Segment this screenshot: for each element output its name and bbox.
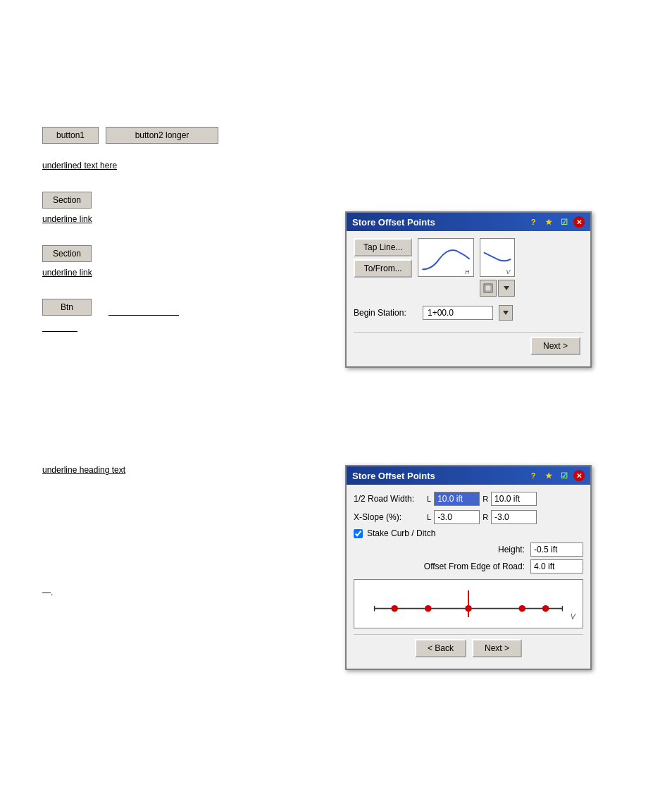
dialog1-title: Store Offset Points — [352, 217, 527, 228]
half-road-width-label: 1/2 Road Width: — [354, 494, 424, 504]
offset-label: Offset From Edge of Road: — [419, 562, 525, 571]
road-diagram-svg: V — [354, 580, 583, 628]
top-button-1[interactable]: button1 — [42, 127, 99, 144]
section-4: Btn — [42, 299, 338, 332]
section-3: Section underline link — [42, 245, 338, 278]
dialog1-body: Tap Line... To/From... H V — [347, 231, 590, 366]
dialog2-title-icons: ? ★ ☑ ✕ — [527, 469, 585, 482]
bottom-underline[interactable]: underline heading text — [42, 465, 338, 475]
section3-button[interactable]: Section — [42, 245, 92, 262]
section2-button[interactable]: Section — [42, 192, 92, 209]
svg-point-10 — [465, 605, 472, 612]
dialog2-title: Store Offset Points — [352, 471, 527, 481]
svg-marker-4 — [504, 286, 509, 290]
svg-point-11 — [518, 605, 525, 612]
x-slope-l-input[interactable] — [434, 510, 480, 524]
dialog-store-offset-2: Store Offset Points ? ★ ☑ ✕ 1/2 Road Wid… — [345, 465, 592, 670]
dialog-store-offset-1: Store Offset Points ? ★ ☑ ✕ Tap Line... … — [345, 211, 592, 368]
dialog1-title-icons: ? ★ ☑ ✕ — [527, 216, 585, 228]
x-slope-label: X-Slope (%): — [354, 512, 424, 522]
offset-row: Offset From Edge of Road: — [368, 559, 583, 574]
section4-underline2 — [42, 331, 77, 332]
begin-station-label: Begin Station: — [354, 308, 417, 318]
h-preview-svg: H — [418, 239, 473, 276]
period-text: —. — [42, 588, 338, 597]
checklist-icon[interactable]: ☑ — [558, 216, 571, 228]
half-road-width-lr: L R — [427, 492, 583, 506]
preview-col-right: V — [480, 238, 515, 297]
back-button[interactable]: < Back — [415, 639, 466, 657]
dialog2-titlebar: Store Offset Points ? ★ ☑ ✕ — [347, 466, 590, 485]
section4-underline1 — [108, 315, 179, 316]
half-road-width-r-label: R — [483, 495, 488, 503]
star-icon[interactable]: ★ — [542, 216, 555, 228]
dialog2-checklist-icon[interactable]: ☑ — [558, 469, 571, 482]
svg-text:H: H — [465, 268, 470, 275]
x-slope-r-input[interactable] — [491, 510, 537, 524]
height-row: Height: — [368, 542, 583, 557]
stake-curb-row: Stake Curb / Ditch — [354, 528, 583, 538]
begin-station-input[interactable] — [423, 306, 493, 320]
half-road-width-r-input[interactable] — [491, 492, 537, 506]
dropdown-arrow-icon[interactable] — [498, 280, 515, 297]
half-road-width-l-input[interactable] — [434, 492, 480, 506]
sub-form: Height: Offset From Edge of Road: — [368, 542, 583, 574]
v-preview[interactable]: V — [480, 238, 515, 277]
offset-input[interactable] — [530, 559, 583, 574]
svg-rect-3 — [485, 285, 491, 291]
dialog2-close-icon[interactable]: ✕ — [573, 470, 585, 481]
station-dropdown-icon[interactable] — [499, 305, 513, 321]
underline-link-1[interactable]: underlined text here — [42, 161, 338, 170]
svg-marker-5 — [503, 311, 509, 315]
help-icon[interactable]: ? — [527, 216, 540, 228]
underline-row-1: underlined text here — [42, 161, 338, 170]
begin-station-row: Begin Station: — [354, 305, 583, 321]
dialog1-next-button[interactable]: Next > — [530, 337, 580, 355]
dialog2-body: 1/2 Road Width: L R X-Slope (%): L R Sta… — [347, 485, 590, 669]
top-button-row: button1 button2 longer — [42, 127, 338, 144]
stake-curb-checkbox[interactable] — [354, 529, 363, 538]
svg-text:V: V — [506, 268, 511, 275]
height-label: Height: — [419, 545, 525, 554]
half-road-width-l-label: L — [427, 495, 431, 503]
close-icon[interactable]: ✕ — [573, 216, 585, 228]
dialog2-help-icon[interactable]: ? — [527, 469, 540, 482]
svg-point-8 — [391, 605, 398, 612]
svg-point-12 — [542, 605, 549, 612]
dialog2-footer: < Back Next > — [354, 634, 583, 662]
expand-icon[interactable] — [480, 280, 497, 297]
to-from-button[interactable]: To/From... — [354, 259, 412, 278]
half-road-width-row: 1/2 Road Width: L R — [354, 492, 583, 506]
dialog1-titlebar: Store Offset Points ? ★ ☑ ✕ — [347, 213, 590, 231]
section-2: Section underline link — [42, 192, 338, 224]
height-input[interactable] — [530, 542, 583, 557]
left-bottom-content: underline heading text —. — [42, 465, 338, 597]
road-diagram: V — [354, 579, 583, 628]
dialog2-star-icon[interactable]: ★ — [542, 469, 555, 482]
x-slope-row: X-Slope (%): L R — [354, 510, 583, 524]
svg-text:V: V — [571, 613, 576, 621]
x-slope-r-label: R — [483, 513, 488, 521]
section4-button[interactable]: Btn — [42, 299, 92, 316]
section3-link[interactable]: underline link — [42, 268, 92, 278]
left-top-content: button1 button2 longer underlined text h… — [42, 127, 338, 349]
v-preview-svg: V — [480, 239, 514, 276]
tap-line-button[interactable]: Tap Line... — [354, 238, 412, 256]
dialog1-footer: Next > — [354, 332, 583, 359]
h-preview[interactable]: H — [418, 238, 474, 277]
svg-point-9 — [425, 605, 432, 612]
dialog2-next-button[interactable]: Next > — [472, 639, 522, 657]
x-slope-l-label: L — [427, 513, 431, 521]
stake-curb-label: Stake Curb / Ditch — [367, 528, 435, 538]
top-button-2[interactable]: button2 longer — [106, 127, 218, 144]
section2-link[interactable]: underline link — [42, 214, 92, 224]
x-slope-lr: L R — [427, 510, 583, 524]
